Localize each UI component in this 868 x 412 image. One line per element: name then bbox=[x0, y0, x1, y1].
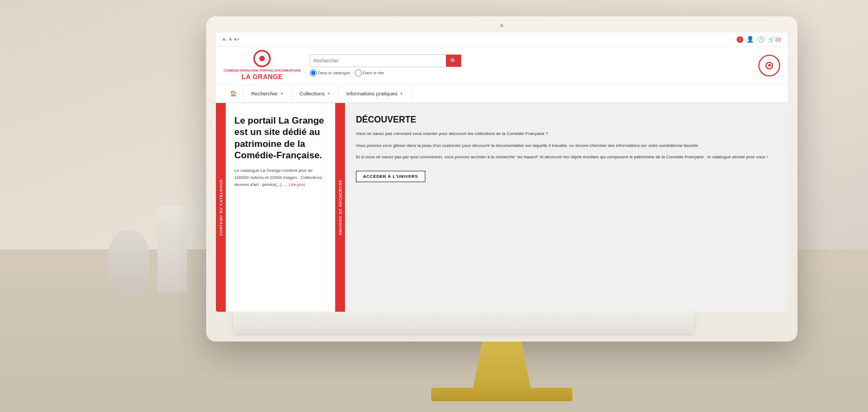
collections-arrow: ▼ bbox=[327, 92, 331, 95]
rechercher-arrow: ▼ bbox=[280, 92, 284, 95]
website: A- A A+ 1 👤 🕐 🛒 (0) bbox=[216, 33, 788, 312]
camera-dot bbox=[500, 24, 503, 27]
font-size-controls: A- A A+ bbox=[222, 37, 239, 42]
right-panel-tab-label: UNIVERS DE RECHERCHE bbox=[339, 179, 342, 235]
font-size-medium[interactable]: A bbox=[229, 37, 232, 42]
search-button[interactable]: 🔍 bbox=[446, 55, 461, 67]
notification-badge[interactable]: 1 bbox=[737, 36, 743, 43]
logo-circle bbox=[253, 50, 271, 67]
search-area: 🔍 Dans le catalogue Dans le site bbox=[310, 54, 462, 76]
header-logo-right-dot bbox=[768, 64, 771, 67]
left-panel-description: Le catalogue La Grange contient plus de … bbox=[234, 168, 326, 188]
discovery-para1: Vous ne savez pas comment vous orienter … bbox=[356, 130, 777, 138]
discovery-title: DÉCOUVERTE bbox=[356, 115, 777, 125]
font-size-small[interactable]: A- bbox=[222, 37, 227, 42]
main-content: CONTENU DU CATALOGUE Le portail La Grang… bbox=[216, 103, 788, 312]
nav-informations[interactable]: Informations pratiques ▼ bbox=[339, 85, 411, 102]
vase-tall bbox=[157, 206, 187, 293]
cart-icon[interactable]: 🛒 (0) bbox=[768, 37, 781, 42]
read-more-link[interactable]: Lire plus bbox=[289, 182, 305, 187]
monitor-base bbox=[431, 388, 572, 401]
top-icons: 1 👤 🕐 🛒 (0) bbox=[737, 36, 781, 43]
history-icon[interactable]: 🕐 bbox=[757, 36, 765, 43]
font-size-large[interactable]: A+ bbox=[234, 37, 239, 42]
monitor-frame: A- A A+ 1 👤 🕐 🛒 (0) bbox=[206, 16, 797, 342]
left-panel-tab-label: CONTENU DU CATALOGUE bbox=[219, 179, 223, 236]
logo-area: COMÉDIE-FRANÇAISE PORTAIL DOCUMENTAIRE L… bbox=[224, 50, 301, 81]
header-logo-right bbox=[758, 55, 780, 76]
search-options: Dans le catalogue Dans le site bbox=[310, 69, 462, 76]
right-panel: UNIVERS DE RECHERCHE DÉCOUVERTE Vous ne … bbox=[335, 103, 788, 312]
nav-rechercher[interactable]: Rechercher ▼ bbox=[244, 85, 292, 102]
discovery-para3: Et si vous ne savez pas par quoi commenc… bbox=[356, 153, 777, 161]
screen: A- A A+ 1 👤 🕐 🛒 (0) bbox=[216, 33, 788, 312]
logo-name: LA GRANGE bbox=[241, 73, 283, 81]
search-option-catalogue[interactable]: Dans le catalogue bbox=[310, 69, 350, 76]
logo-inner bbox=[259, 56, 265, 61]
access-universe-button[interactable]: ACCÉDER À L'UNIVERS bbox=[356, 171, 425, 182]
header: COMÉDIE-FRANÇAISE PORTAIL DOCUMENTAIRE L… bbox=[216, 47, 788, 85]
right-panel-tab: UNIVERS DE RECHERCHE bbox=[335, 103, 345, 312]
top-bar: A- A A+ 1 👤 🕐 🛒 (0) bbox=[216, 33, 788, 47]
left-panel-tab: CONTENU DU CATALOGUE bbox=[216, 103, 226, 312]
monitor-wrapper: A- A A+ 1 👤 🕐 🛒 (0) bbox=[206, 16, 797, 342]
search-input[interactable] bbox=[310, 55, 446, 67]
right-panel-body: DÉCOUVERTE Vous ne savez pas comment vou… bbox=[345, 103, 788, 191]
keyboard bbox=[233, 312, 694, 333]
nav-home-button[interactable]: 🏠 bbox=[224, 85, 244, 102]
left-panel: CONTENU DU CATALOGUE Le portail La Grang… bbox=[216, 103, 335, 312]
left-panel-title: Le portail La Grange est un site dédié a… bbox=[234, 115, 326, 161]
search-option-site[interactable]: Dans le site bbox=[355, 69, 384, 76]
search-box: 🔍 bbox=[310, 54, 462, 67]
discovery-para2: Vous pourrez vous glisser dans la peau d… bbox=[356, 142, 777, 150]
left-panel-body: Le portail La Grange est un site dédié a… bbox=[226, 103, 335, 197]
header-logo-right-inner bbox=[765, 62, 773, 69]
navbar: 🏠 Rechercher ▼ Collections ▼ Information… bbox=[216, 85, 788, 103]
vase-small bbox=[108, 230, 149, 295]
logo-subtitle: COMÉDIE-FRANÇAISE PORTAIL DOCUMENTAIRE bbox=[224, 69, 301, 73]
user-icon[interactable]: 👤 bbox=[746, 36, 754, 43]
informations-arrow: ▼ bbox=[399, 92, 403, 95]
nav-collections[interactable]: Collections ▼ bbox=[292, 85, 339, 102]
